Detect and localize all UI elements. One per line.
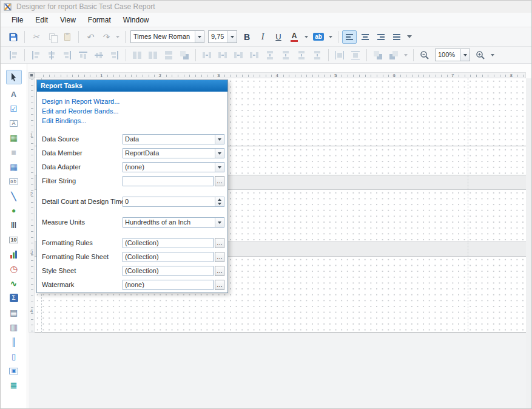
toolbox-item-shape[interactable]: ● bbox=[6, 203, 22, 218]
formatting-rule-sheet-ellipsis-button[interactable]: … bbox=[215, 252, 224, 262]
italic-button[interactable]: I bbox=[255, 30, 270, 44]
toolbox-item-bar-code[interactable]: ||| bbox=[6, 218, 22, 232]
report-tasks-link[interactable]: Design in Report Wizard... bbox=[42, 96, 120, 106]
data-adapter-combobox[interactable]: (none) bbox=[123, 162, 224, 172]
highlight-dropdown-icon[interactable] bbox=[329, 36, 332, 38]
align-tops-button[interactable] bbox=[76, 49, 90, 62]
toolbox-item-sparkline[interactable]: ∿ bbox=[6, 276, 22, 291]
formatting-rule-sheet-input[interactable]: (Collection) bbox=[123, 252, 214, 262]
toolbox-item-pointer[interactable] bbox=[6, 70, 22, 84]
toolbox-item-pivot-grid[interactable]: Σ bbox=[6, 291, 22, 305]
redo-button[interactable]: ↷ bbox=[98, 30, 113, 44]
toolbox-item-table[interactable]: ▦ bbox=[6, 160, 22, 174]
toolbox-item-chart[interactable] bbox=[6, 247, 22, 262]
detail-count-spinner[interactable]: 0 bbox=[123, 197, 224, 207]
vertical-spacing-make-equal-button[interactable] bbox=[263, 49, 277, 62]
toolbox-item-line[interactable]: ╲ bbox=[6, 189, 22, 203]
align-right-button[interactable] bbox=[374, 30, 388, 44]
style-sheet-input[interactable]: (Collection) bbox=[123, 266, 214, 276]
toolbox-item-cross-band-line[interactable]: ║ bbox=[6, 334, 22, 349]
chevron-down-icon[interactable] bbox=[215, 218, 224, 227]
z-order-dropdown-icon[interactable] bbox=[404, 54, 408, 56]
toolbox-item-character-comb[interactable]: ab bbox=[6, 174, 22, 189]
font-color-button[interactable]: A bbox=[287, 30, 301, 44]
center-vertically-button[interactable] bbox=[348, 49, 363, 62]
style-sheet-ellipsis-button[interactable]: … bbox=[215, 266, 224, 276]
make-same-size-button[interactable] bbox=[177, 49, 192, 62]
menu-item-view[interactable]: View bbox=[54, 14, 82, 26]
spin-down-icon[interactable] bbox=[215, 202, 224, 207]
paste-button[interactable] bbox=[60, 30, 75, 44]
toolbox-item-check-box[interactable]: ☑ bbox=[6, 101, 22, 116]
toolbar-overflow-icon[interactable] bbox=[407, 35, 412, 38]
chevron-down-icon[interactable] bbox=[215, 149, 224, 158]
menu-item-window[interactable]: Window bbox=[117, 14, 155, 26]
toolbox-item-gauge[interactable]: ◷ bbox=[6, 262, 22, 276]
toolbox-item-panel[interactable]: ■ bbox=[6, 145, 22, 160]
chevron-down-icon[interactable] bbox=[227, 31, 237, 42]
decrease-horizontal-spacing-button[interactable] bbox=[231, 49, 246, 62]
measure-units-combobox[interactable]: Hundredths of an Inch bbox=[123, 217, 224, 228]
chevron-down-icon[interactable] bbox=[215, 135, 224, 144]
make-same-height-button[interactable] bbox=[161, 49, 176, 62]
undo-button[interactable]: ↶ bbox=[82, 30, 97, 44]
toolbox-item-label[interactable]: A bbox=[6, 87, 22, 101]
size-to-grid-button[interactable] bbox=[146, 49, 160, 62]
formatting-rules-input[interactable]: (Collection) bbox=[123, 238, 214, 248]
font-size-combobox[interactable]: 9,75 bbox=[208, 30, 237, 43]
remove-horizontal-spacing-button[interactable] bbox=[247, 49, 261, 62]
zoom-in-button[interactable] bbox=[473, 49, 488, 62]
align-bottoms-button[interactable] bbox=[107, 49, 122, 62]
font-name-combobox[interactable]: Times New Roman bbox=[130, 30, 204, 43]
cut-button[interactable]: ✂ bbox=[29, 30, 43, 44]
toolbox-item-table-of-contents[interactable]: ≣ bbox=[6, 378, 22, 393]
formatting-rules-ellipsis-button[interactable]: … bbox=[215, 238, 224, 248]
report-tasks-link[interactable]: Edit Bindings... bbox=[42, 116, 120, 126]
spin-up-icon[interactable] bbox=[215, 197, 224, 202]
make-same-width-button[interactable] bbox=[130, 49, 144, 62]
highlight-color-button[interactable]: ab bbox=[311, 30, 326, 44]
align-middles-button[interactable] bbox=[92, 49, 106, 62]
toolbox-item-cross-band-box[interactable]: ▯ bbox=[6, 349, 22, 363]
increase-horizontal-spacing-button[interactable] bbox=[215, 49, 230, 62]
chevron-down-icon[interactable] bbox=[215, 163, 224, 172]
data-source-combobox[interactable]: Data bbox=[123, 134, 224, 144]
align-lefts-button[interactable] bbox=[29, 49, 43, 62]
align-to-grid-button[interactable] bbox=[6, 49, 21, 62]
align-rights-button[interactable] bbox=[60, 49, 75, 62]
toolbox-item-page-break[interactable]: ▥ bbox=[6, 320, 22, 334]
remove-vertical-spacing-button[interactable] bbox=[310, 49, 325, 62]
menu-item-edit[interactable]: Edit bbox=[29, 14, 54, 26]
zoom-dropdown-icon[interactable] bbox=[491, 54, 494, 56]
toolbox-item-rich-text[interactable]: A bbox=[6, 116, 22, 130]
chevron-down-icon[interactable] bbox=[460, 49, 470, 61]
save-button[interactable] bbox=[6, 30, 21, 44]
center-horizontally-button[interactable] bbox=[332, 49, 347, 62]
toolbox-item-zip-code[interactable]: 10 bbox=[6, 232, 22, 247]
decrease-vertical-spacing-button[interactable] bbox=[294, 49, 309, 62]
underline-button[interactable]: U bbox=[271, 30, 286, 44]
zoom-out-button[interactable] bbox=[417, 49, 432, 62]
align-centers-button[interactable] bbox=[44, 49, 59, 62]
send-to-back-button[interactable] bbox=[386, 49, 401, 62]
toolbox-item-picture-box[interactable]: ▦ bbox=[6, 130, 22, 145]
bring-to-front-button[interactable] bbox=[371, 49, 385, 62]
bold-button[interactable]: B bbox=[240, 30, 254, 44]
chevron-down-icon[interactable] bbox=[195, 31, 204, 42]
toolbox-item-subreport[interactable]: ▣ bbox=[6, 363, 22, 378]
menu-item-file[interactable]: File bbox=[5, 14, 29, 26]
vertical-ruler[interactable]: 1234 bbox=[29, 78, 35, 333]
horizontal-spacing-make-equal-button[interactable] bbox=[200, 49, 214, 62]
align-center-button[interactable] bbox=[358, 30, 372, 44]
report-tasks-link[interactable]: Edit and Reorder Bands... bbox=[42, 106, 120, 116]
undo-redo-dropdown-icon[interactable] bbox=[116, 36, 120, 38]
ruler-corner[interactable] bbox=[29, 72, 35, 78]
filter-string-ellipsis-button[interactable]: … bbox=[215, 176, 224, 186]
data-member-combobox[interactable]: ReportData bbox=[123, 148, 224, 158]
watermark-ellipsis-button[interactable]: … bbox=[215, 280, 224, 290]
increase-vertical-spacing-button[interactable] bbox=[278, 49, 293, 62]
horizontal-ruler[interactable]: 12345678 bbox=[35, 72, 526, 78]
toolbox-item-page-info[interactable]: ▤ bbox=[6, 305, 22, 320]
justify-button[interactable] bbox=[389, 30, 404, 44]
align-left-button[interactable] bbox=[342, 30, 357, 44]
